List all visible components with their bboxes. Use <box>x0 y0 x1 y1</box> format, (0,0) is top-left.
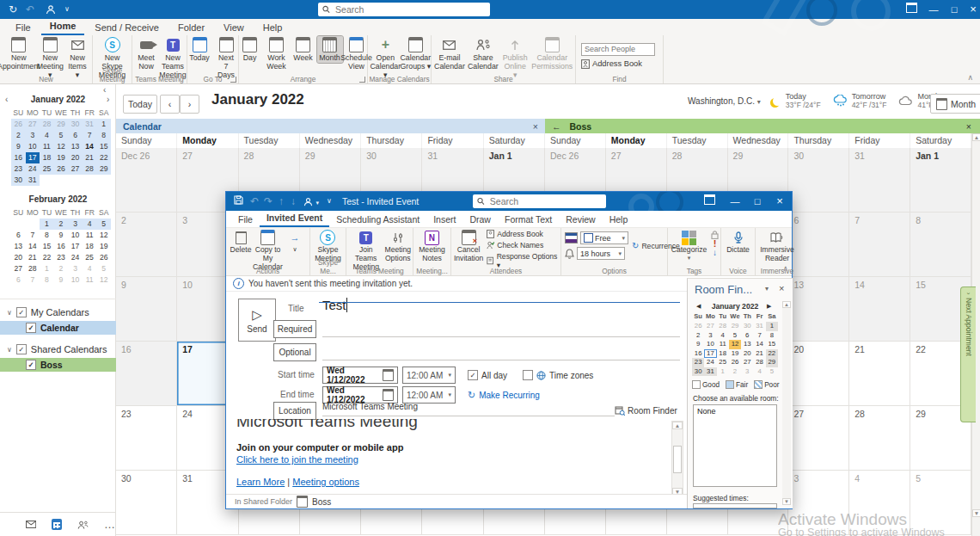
low-importance-icon[interactable]: ↓ <box>713 249 717 256</box>
collapse-ribbon-icon[interactable]: ∧ <box>967 73 973 82</box>
day-cell[interactable]: 30 <box>116 471 177 535</box>
mini-day-cell[interactable]: 1 <box>717 367 729 377</box>
close-calendar-icon[interactable]: × <box>533 121 538 132</box>
mini-day-cell[interactable]: 20 <box>11 252 26 263</box>
dialog-ribbon-tab[interactable]: File <box>231 213 260 227</box>
mini-day-cell[interactable]: 1 <box>766 322 778 331</box>
mini-day-cell[interactable]: 18 <box>83 241 97 252</box>
address-book-button[interactable]: Address Book <box>581 59 658 69</box>
my-calendars-checkbox[interactable]: ✓ <box>16 307 27 317</box>
available-rooms-list[interactable]: None <box>693 404 777 487</box>
email-calendar-button[interactable]: E-mail Calendar <box>433 36 466 71</box>
dow-label[interactable]: SU <box>11 207 26 219</box>
mini-day-cell[interactable]: 3 <box>741 367 753 377</box>
mini-day-cell[interactable]: 13 <box>741 340 753 349</box>
end-date-picker[interactable]: Wed 1/12/2022 <box>322 386 398 404</box>
mini-day-cell[interactable]: 20 <box>68 152 83 163</box>
mini-day-cell[interactable]: 26 <box>96 252 111 263</box>
next-month-icon[interactable]: ▶ <box>767 303 771 310</box>
dialog-ribbon-tab[interactable]: Format Text <box>498 213 559 227</box>
mini-day-cell[interactable]: 16 <box>692 349 704 359</box>
scroll-thumb[interactable] <box>673 446 682 473</box>
reminder-dropdown[interactable]: 18 hours▾ <box>577 247 625 260</box>
search-people-input[interactable] <box>581 43 655 56</box>
end-time-picker[interactable]: 12:00 AM▾ <box>402 386 456 404</box>
dow-label[interactable]: FR <box>83 108 97 119</box>
message-body[interactable]: Microsoft Teams Meeting Join on your com… <box>226 419 682 494</box>
calendar-groups-button[interactable]: Calendar Groups ▾ <box>402 36 429 71</box>
sidebar-item-calendar[interactable]: ✓Calendar <box>0 321 116 335</box>
ribbon-tab[interactable]: File <box>7 21 40 35</box>
my-calendars-group[interactable]: ∨✓My Calendars <box>7 307 89 317</box>
mini-day-cell[interactable]: 8 <box>766 331 778 341</box>
month-view-button[interactable]: Month <box>317 36 343 63</box>
ribbon-display-options-icon[interactable] <box>699 192 720 211</box>
next-appointment-tab[interactable]: › Next Appointment <box>960 286 976 422</box>
day-cell[interactable]: Jan 1 <box>910 148 971 213</box>
dow-label[interactable]: We <box>729 312 741 322</box>
next-month-button[interactable]: › <box>180 95 199 114</box>
dialog-ribbon-tab[interactable]: Review <box>559 213 602 227</box>
mini-day-cell[interactable] <box>11 219 26 230</box>
mini-day-cell[interactable]: 26 <box>729 358 741 367</box>
day-cell[interactable]: 31 <box>849 148 910 213</box>
mini-day-cell[interactable]: 22 <box>40 252 54 263</box>
dictate-button[interactable]: Dictate <box>725 229 751 256</box>
mini-day-cell[interactable]: 25 <box>83 252 97 263</box>
mini-day-cell[interactable]: 5 <box>96 263 111 274</box>
mini-day-cell[interactable]: 12 <box>54 141 69 152</box>
mini-day-cell[interactable]: 28 <box>83 163 97 175</box>
mini-day-cell[interactable]: 26 <box>54 163 69 175</box>
scroll-down-icon[interactable]: ▼ <box>782 498 791 505</box>
mini-day-cell[interactable]: 6 <box>68 130 83 141</box>
mini-day-cell[interactable]: 11 <box>40 141 54 152</box>
boss-panel-header[interactable]: ← Boss × <box>545 119 980 133</box>
mini-day-cell[interactable]: 3 <box>68 219 83 230</box>
dow-label[interactable]: TU <box>40 108 54 119</box>
address-book-button[interactable]: Address Book <box>487 230 559 238</box>
week-view-button[interactable]: Week <box>291 36 316 63</box>
mini-day-cell[interactable]: 2 <box>729 367 741 377</box>
minimize-folder-pane-icon[interactable]: ‹ <box>103 85 106 95</box>
mini-day-cell[interactable]: 12 <box>96 230 111 241</box>
dialog-ribbon-tab[interactable]: Insert <box>426 213 462 227</box>
close-pane-icon[interactable]: × <box>779 283 784 293</box>
dow-label[interactable]: TU <box>40 207 54 219</box>
mini-day-cell[interactable]: 4 <box>40 130 54 141</box>
room-finder-button[interactable]: Room Finder <box>615 405 677 416</box>
ribbon-tab[interactable]: Folder <box>169 21 213 35</box>
title-input-value[interactable]: Test <box>322 298 347 312</box>
mini-day-cell[interactable] <box>26 219 40 230</box>
mini-day-cell[interactable]: 13 <box>68 141 83 152</box>
mini-day-cell[interactable]: 4 <box>753 367 765 377</box>
mini-day-cell[interactable]: 23 <box>692 358 704 367</box>
arrange-dialog-launcher[interactable] <box>359 77 365 83</box>
dow-label[interactable]: SA <box>96 207 111 219</box>
mini-day-cell[interactable]: 17 <box>704 349 716 359</box>
maximize-button[interactable]: □ <box>747 192 768 211</box>
mini-day-cell[interactable]: 4 <box>83 219 97 230</box>
mini-day-cell[interactable]: 9 <box>11 141 26 152</box>
day-cell[interactable]: 20 <box>788 342 849 406</box>
day-cell[interactable]: 30 <box>788 148 849 213</box>
mini-day-cell[interactable]: 27 <box>26 119 40 130</box>
calendar-panel-header[interactable]: Calendar × <box>116 119 545 133</box>
dow-label[interactable]: SU <box>11 108 26 119</box>
mini-day-cell[interactable]: 31 <box>704 367 716 377</box>
share-calendar-button[interactable]: Share Calendar <box>467 36 499 71</box>
mini-day-cell[interactable]: 15 <box>766 340 778 349</box>
mail-nav-icon[interactable] <box>26 520 36 529</box>
mini-day-cell[interactable]: 28 <box>40 119 54 130</box>
mini-day-cell[interactable]: 1 <box>40 219 54 230</box>
minimize-button[interactable]: — <box>725 192 745 211</box>
mini-day-cell[interactable]: 11 <box>717 340 729 349</box>
mini-day-cell[interactable]: 30 <box>68 119 83 130</box>
scroll-down-icon[interactable]: ▼ <box>972 509 980 517</box>
start-time-picker[interactable]: 12:00 AM▾ <box>402 367 456 384</box>
dialog-ribbon-tab[interactable]: Help <box>603 213 635 227</box>
dialog-ribbon-tab[interactable]: Invited Event <box>260 211 329 227</box>
send-receive-icon[interactable]: ↻ <box>5 0 21 19</box>
mini-day-cell[interactable]: 30 <box>692 367 704 377</box>
mini-day-cell[interactable]: 12 <box>96 274 111 286</box>
dialog-ribbon-tab[interactable]: Draw <box>462 213 498 227</box>
